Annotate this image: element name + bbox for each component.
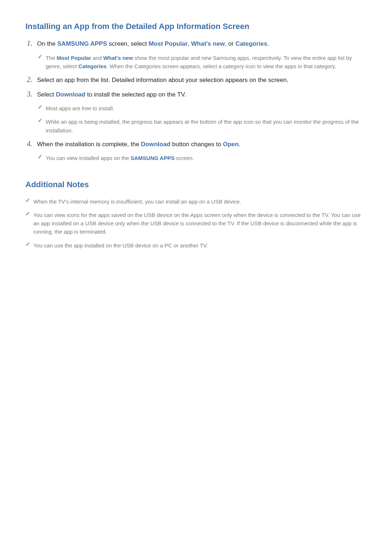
link-whats-new: What's new: [191, 40, 225, 47]
step-text: Select an app from the list. Detailed in…: [37, 75, 367, 85]
step-number: 2.: [25, 75, 37, 84]
link-download: Download: [56, 91, 85, 98]
pen-icon: [25, 197, 33, 204]
text: screen.: [175, 155, 194, 161]
text: button changes to: [171, 141, 223, 148]
pen-icon: [38, 54, 46, 60]
text: You can view installed apps on the: [46, 155, 131, 161]
step-text: On the SAMSUNG APPS screen, select Most …: [37, 39, 367, 49]
pen-icon: [38, 154, 46, 160]
heading-installing: Installing an App from the Detailed App …: [25, 22, 367, 31]
note-text: While an app is being installed, the pro…: [46, 118, 367, 135]
link-download: Download: [141, 141, 170, 148]
note: You can view icons for the apps saved on…: [25, 211, 367, 236]
note-text: Most apps are free to install.: [46, 104, 367, 112]
pen-icon: [38, 118, 46, 124]
link-most-popular: Most Popular: [148, 40, 188, 47]
text: screen, select: [107, 40, 148, 47]
text: When the installation is complete, the: [37, 141, 141, 148]
step-4: 4. When the installation is complete, th…: [25, 140, 367, 149]
text: .: [239, 141, 241, 148]
text: to install the selected app on the TV.: [85, 91, 186, 98]
step-number: 4.: [25, 140, 37, 148]
link-whats-new: What's new: [103, 55, 133, 61]
note: When the TV's internal memory is insuffi…: [25, 197, 367, 206]
step-number: 1.: [25, 39, 37, 48]
link-most-popular: Most Popular: [57, 55, 91, 61]
note-text: You can use the app installed on the USB…: [33, 241, 367, 250]
text: Select an app from the list. Detailed in…: [37, 77, 289, 83]
text: On the: [37, 40, 57, 47]
link-samsung-apps: SAMSUNG APPS: [57, 40, 107, 47]
note-text: You can view icons for the apps saved on…: [33, 211, 367, 236]
pen-icon: [25, 241, 33, 247]
text: and: [91, 55, 103, 61]
section-installing: Installing an App from the Detailed App …: [25, 22, 367, 163]
note: Most apps are free to install.: [38, 104, 367, 112]
pen-icon: [25, 211, 33, 217]
text: , or: [225, 40, 235, 47]
pen-icon: [38, 104, 46, 110]
step-2: 2. Select an app from the list. Detailed…: [25, 75, 367, 85]
text: The: [46, 55, 57, 61]
text: ,: [188, 40, 191, 47]
note: While an app is being installed, the pro…: [38, 118, 367, 135]
link-open: Open: [223, 141, 238, 148]
text: .: [268, 40, 269, 47]
text: Select: [37, 91, 56, 98]
section-additional-notes: Additional Notes When the TV's internal …: [25, 180, 367, 250]
note: The Most Popular and What's new show the…: [38, 54, 367, 71]
note-text: When the TV's internal memory is insuffi…: [33, 197, 367, 206]
note: You can use the app installed on the USB…: [25, 241, 367, 250]
step-3: 3. Select Download to install the select…: [25, 90, 367, 99]
link-samsung-apps: SAMSUNG APPS: [131, 155, 175, 161]
link-categories: Categories: [236, 40, 268, 47]
text: . When the Categories screen appears, se…: [107, 63, 336, 69]
note-text: The Most Popular and What's new show the…: [46, 54, 367, 71]
note-text: You can view installed apps on the SAMSU…: [46, 154, 367, 162]
step-number: 3.: [25, 90, 37, 98]
link-categories: Categories: [78, 63, 107, 69]
step-text: Select Download to install the selected …: [37, 90, 367, 99]
heading-additional-notes: Additional Notes: [25, 180, 367, 189]
note: You can view installed apps on the SAMSU…: [38, 154, 367, 162]
step-text: When the installation is complete, the D…: [37, 140, 367, 149]
step-1: 1. On the SAMSUNG APPS screen, select Mo…: [25, 39, 367, 49]
